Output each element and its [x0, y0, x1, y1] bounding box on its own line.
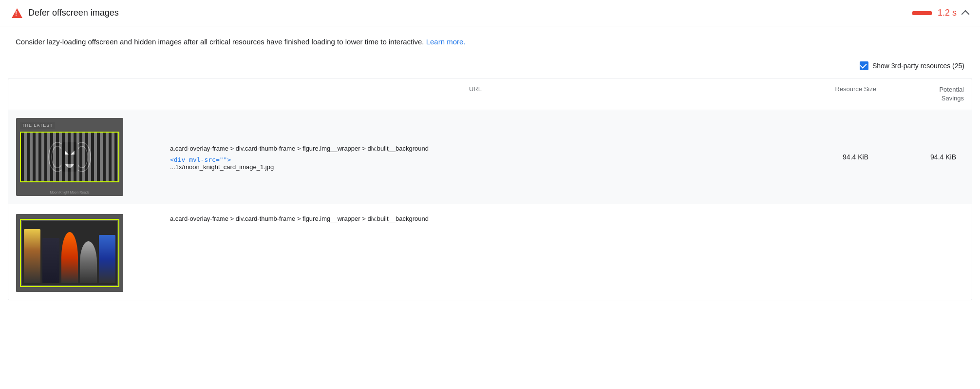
- url-value-1: ...1x/moon_knight_card_image_1.jpg: [170, 163, 781, 171]
- show-resources-label: Show 3rd-party resources (25): [872, 62, 964, 70]
- audit-header-left: Defer offscreen images: [12, 8, 119, 18]
- thumb-bottom-text-1: Moon Knight Moon Reads: [20, 191, 119, 194]
- potential-savings-header-cell: PotentialSavings: [876, 85, 964, 103]
- resource-size-cell-1: 94.4 KiB: [789, 153, 876, 161]
- audit-header-right: 1.2 s: [912, 8, 968, 18]
- thumb-image-area-1: [20, 132, 119, 182]
- table-row: THE LATEST: [8, 110, 972, 204]
- thumbnail-header-cell: [16, 85, 162, 103]
- table-header: URL Resource Size PotentialSavings: [8, 78, 972, 110]
- selector-path-1: a.card-overlay-frame > div.card-thumb-fr…: [170, 144, 781, 154]
- thumbnail-2: [16, 214, 123, 292]
- show-resources-checkbox[interactable]: [860, 61, 868, 70]
- url-header-cell: URL: [162, 85, 789, 103]
- description-text: Consider lazy-loading offscreen and hidd…: [16, 38, 424, 46]
- thumbnail-1: THE LATEST: [16, 118, 123, 196]
- url-cell-2: a.card-overlay-frame > div.card-thumb-fr…: [162, 214, 789, 226]
- thumb-label-1: THE LATEST: [20, 122, 55, 129]
- thumbnail-cell-1: THE LATEST: [16, 118, 162, 196]
- chevron-up-icon[interactable]: [961, 10, 970, 18]
- audit-header[interactable]: Defer offscreen images 1.2 s: [0, 0, 980, 26]
- div-tag-1[interactable]: <div mvl-src="">: [170, 156, 781, 163]
- resources-table: URL Resource Size PotentialSavings THE L…: [8, 78, 972, 300]
- url-cell-1: a.card-overlay-frame > div.card-thumb-fr…: [162, 144, 789, 171]
- learn-more-link[interactable]: Learn more.: [426, 38, 466, 46]
- table-row: a.card-overlay-frame > div.card-thumb-fr…: [8, 204, 972, 300]
- potential-savings-cell-1: 94.4 KiB: [876, 153, 964, 161]
- warning-icon: [12, 8, 22, 18]
- audit-panel: Defer offscreen images 1.2 s Consider la…: [0, 0, 980, 389]
- score-bar: [912, 11, 932, 15]
- score-time: 1.2 s: [938, 8, 957, 18]
- striped-bg: [21, 133, 118, 181]
- show-resources-row: Show 3rd-party resources (25): [0, 58, 980, 78]
- audit-description: Consider lazy-loading offscreen and hidd…: [0, 26, 980, 58]
- selector-path-2: a.card-overlay-frame > div.card-thumb-fr…: [170, 214, 781, 224]
- audit-title: Defer offscreen images: [28, 8, 119, 18]
- show-resources-checkbox-wrapper[interactable]: Show 3rd-party resources (25): [860, 61, 964, 70]
- resource-size-header-cell: Resource Size: [789, 85, 876, 103]
- thumbnail-cell-2: [16, 214, 162, 292]
